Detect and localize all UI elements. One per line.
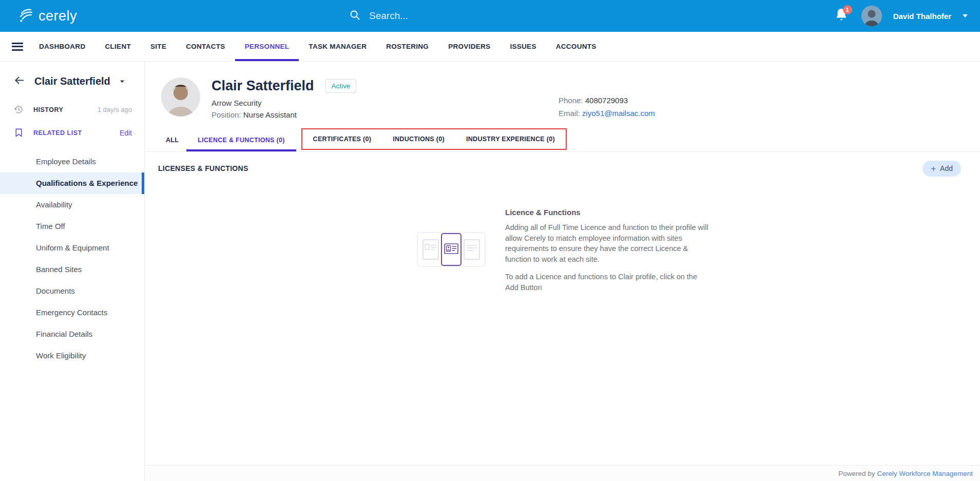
back-arrow-icon[interactable]	[13, 74, 25, 88]
nav-item[interactable]: ISSUES	[500, 32, 546, 61]
nav-item[interactable]: TASK MANAGER	[299, 32, 376, 61]
sidebar-list-item[interactable]: Employee Details	[0, 151, 144, 172]
edit-link[interactable]: Edit	[120, 129, 132, 137]
search-input[interactable]	[369, 10, 533, 22]
global-search[interactable]	[349, 0, 533, 32]
phone-value: 4080729093	[585, 96, 628, 105]
nav-item[interactable]: ACCOUNTS	[546, 32, 606, 61]
position-value: Nurse Assistant	[243, 110, 297, 119]
page-title: Clair Satterfield	[212, 78, 314, 94]
history-label: HISTORY	[33, 106, 63, 113]
notifications-button[interactable]: 1	[835, 7, 850, 25]
plus-icon: +	[931, 164, 936, 173]
related-list-label: RELATED LIST	[33, 129, 82, 137]
tab[interactable]: CERTIFICATES (0)	[302, 129, 382, 149]
bell-icon	[835, 15, 848, 24]
sidebar-list-item[interactable]: Time Off	[0, 216, 144, 237]
tab[interactable]: INDUSTRY EXPERIENCE (0)	[455, 129, 566, 149]
search-icon	[349, 9, 361, 23]
nav-item[interactable]: CLIENT	[95, 32, 141, 61]
empty-state-body-2: To add a Licence and functions to Clair …	[505, 272, 709, 293]
red-annotation-box: CERTIFICATES (0)INDUCTIONS (0)INDUSTRY E…	[301, 128, 567, 150]
sidebar-list-item[interactable]: Qualifications & Experience	[0, 172, 144, 194]
history-row[interactable]: HISTORY 1 day/s ago	[0, 105, 144, 114]
sidebar-profile-name: Clair Satterfield	[34, 75, 110, 87]
nav-item[interactable]: CONTACTS	[176, 32, 235, 61]
nav-item[interactable]: PROVIDERS	[438, 32, 500, 61]
sidebar-list-item[interactable]: Documents	[0, 280, 144, 302]
tab[interactable]: ALL	[158, 128, 186, 151]
email-label: Email:	[559, 109, 580, 118]
user-avatar[interactable]	[861, 6, 882, 26]
position-label: Position:	[212, 110, 241, 119]
profile-switch-chevron-down-icon[interactable]	[120, 80, 124, 83]
sidebar: Clair Satterfield HISTORY 1 day/s ago RE…	[0, 62, 145, 481]
user-menu-chevron-down-icon[interactable]	[963, 14, 968, 17]
sidebar-list-item[interactable]: Work Eligibility	[0, 345, 144, 367]
cerely-scribble-icon	[18, 7, 34, 25]
nav-item[interactable]: ROSTERING	[376, 32, 438, 61]
sidebar-list-item[interactable]: Emergency Contacts	[0, 302, 144, 323]
nav-items: DASHBOARDCLIENTSITECONTACTSPERSONNELTASK…	[29, 32, 606, 61]
related-list-items: Employee DetailsQualifications & Experie…	[0, 151, 144, 367]
empty-state-title: Licence & Functions	[505, 208, 709, 217]
sidebar-list-item[interactable]: Uniform & Equipment	[0, 237, 144, 259]
qualification-tabs: ALLLICENCE & FUNCTIONS (0) CERTIFICATES …	[145, 128, 980, 152]
main-nav: DASHBOARDCLIENTSITECONTACTSPERSONNELTASK…	[0, 32, 980, 62]
sidebar-list-item[interactable]: Availability	[0, 194, 144, 216]
brand-name: cerely	[39, 8, 77, 24]
profile-photo	[161, 78, 200, 117]
empty-state-body-1: Adding all of Full Time Licence and func…	[505, 222, 709, 264]
tab[interactable]: LICENCE & FUNCTIONS (0)	[186, 128, 296, 151]
sidebar-list-item[interactable]: Banned Sites	[0, 259, 144, 280]
company-name: Arrow Security	[212, 99, 356, 107]
notification-count-badge: 1	[843, 5, 852, 14]
history-clock-icon	[14, 105, 24, 114]
history-time: 1 day/s ago	[98, 106, 132, 113]
profile-header: Clair Satterfield Active Arrow Security …	[145, 62, 980, 128]
related-list-row: RELATED LIST Edit	[0, 128, 144, 138]
cerely-footer-link[interactable]: Cerely Workforce Management	[877, 470, 973, 477]
user-name[interactable]: David Thalhofer	[893, 12, 951, 21]
hamburger-menu-icon[interactable]	[12, 43, 23, 51]
bookmark-icon	[14, 128, 24, 138]
main-content: Clair Satterfield Active Arrow Security …	[145, 62, 980, 481]
sidebar-list-item[interactable]: Financial Details	[0, 323, 144, 345]
id-card-stack-icon	[417, 232, 486, 269]
section-header: LICENSES & FUNCTIONS + Add	[145, 152, 980, 185]
empty-state: Licence & Functions Adding all of Full T…	[417, 208, 980, 293]
phone-label: Phone:	[559, 96, 583, 105]
powered-by-text: Powered by	[838, 470, 875, 477]
top-bar: cerely 1 David	[0, 0, 980, 32]
app-logo[interactable]: cerely	[18, 7, 77, 25]
nav-item[interactable]: SITE	[141, 32, 176, 61]
footer: Powered by Cerely Workforce Management	[145, 465, 980, 481]
email-link[interactable]: ziyo51@mailsac.com	[582, 109, 655, 118]
section-title: LICENSES & FUNCTIONS	[158, 164, 248, 172]
tab[interactable]: INDUCTIONS (0)	[382, 129, 455, 149]
nav-item[interactable]: PERSONNEL	[235, 32, 299, 61]
nav-item[interactable]: DASHBOARD	[29, 32, 95, 61]
add-button[interactable]: + Add	[923, 161, 961, 177]
status-badge: Active	[325, 79, 357, 93]
